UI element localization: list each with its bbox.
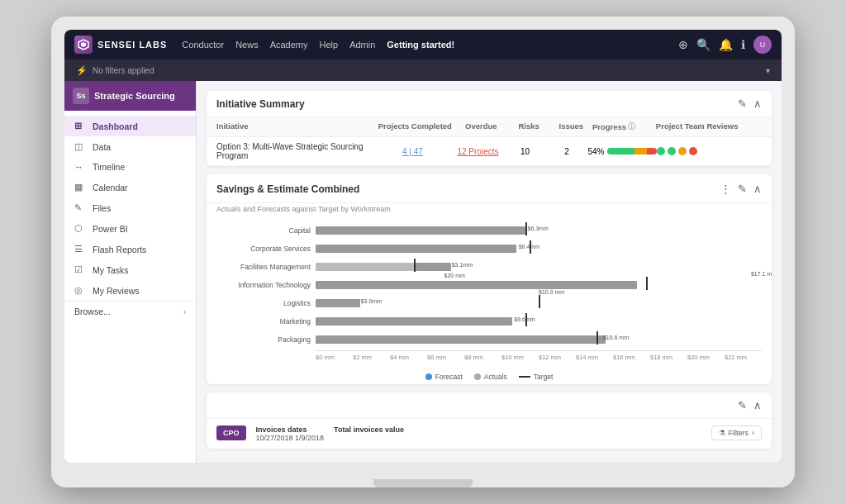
notification-icon[interactable]: 🔔 xyxy=(719,38,733,51)
target-marketing xyxy=(525,313,527,326)
chart-row-logistics: Logistics $3.0mm $10.3 mm xyxy=(216,296,762,311)
th-initiative: Initiative xyxy=(216,121,375,132)
th-completed: Projects Completed xyxy=(375,121,454,132)
add-icon[interactable]: ⊕ xyxy=(678,38,688,51)
initiative-summary-header: Initiative Summary ✎ ∧ xyxy=(207,91,772,117)
sidebar-item-calendar[interactable]: ▦ Calendar xyxy=(64,177,196,197)
chart-bars-packaging: $16.6 mm xyxy=(316,334,762,345)
nav-academy[interactable]: Academy xyxy=(270,40,308,50)
progress-info-icon[interactable]: ⓘ xyxy=(628,121,635,132)
timeline-icon: ↔ xyxy=(74,162,86,172)
bottom-card-content: CPO Invoices dates 10/27/2018 1/9/2018 T… xyxy=(207,419,772,449)
sidebar-nav: ⊞ Dashboard ◫ Data ↔ Timeline ▦ Calendar xyxy=(64,111,196,463)
sidebar-item-data[interactable]: ◫ Data xyxy=(64,136,196,157)
chart-row-packaging: Packaging $16.6 mm xyxy=(216,332,762,347)
nav-admin[interactable]: Admin xyxy=(349,40,375,50)
edit-bottom-icon[interactable]: ✎ xyxy=(738,399,747,411)
sidebar-item-files[interactable]: ✎ Files xyxy=(64,197,196,218)
powerbi-icon: ⬡ xyxy=(74,223,86,234)
target-facilities xyxy=(414,259,416,272)
chart-row-corporate: Corporate Services $6.4mm xyxy=(216,241,762,256)
sidebar-item-label: Dashboard xyxy=(93,121,138,131)
svg-marker-1 xyxy=(81,42,86,47)
sidebar-item-dashboard[interactable]: ⊞ Dashboard xyxy=(64,116,196,136)
sidebar-item-flash-reports[interactable]: ☰ Flash Reports xyxy=(64,239,196,259)
review-dot-2 xyxy=(668,147,676,155)
bar-label-packaging: $16.6 mm xyxy=(603,335,629,340)
progress-yellow xyxy=(634,148,647,155)
search-icon[interactable]: 🔍 xyxy=(696,38,711,51)
bottom-card-actions: ✎ ∧ xyxy=(738,399,762,411)
overdue-link[interactable]: 12 Projects xyxy=(457,147,498,156)
filter-text: No filters applied xyxy=(93,66,154,75)
review-dot-4 xyxy=(689,147,697,155)
sidebar-item-timeline[interactable]: ↔ Timeline xyxy=(64,157,196,177)
label-logistics-target: $10.3 mm xyxy=(539,289,564,295)
user-avatar[interactable]: U xyxy=(753,36,772,54)
logo[interactable]: SENSEI LABS xyxy=(74,36,167,54)
actuals-label: Actuals xyxy=(484,373,507,381)
sidebar-item-my-reviews[interactable]: ◎ My Reviews xyxy=(64,280,196,301)
sidebar-item-label: Calendar xyxy=(93,183,128,193)
more-options-icon[interactable]: ⋮ xyxy=(720,183,731,195)
nav-items: Conductor News Academy Help Admin Gettin… xyxy=(182,40,678,50)
review-dot-3 xyxy=(678,147,687,155)
filter-chevron-icon[interactable]: ▾ xyxy=(766,66,770,75)
target-corporate xyxy=(530,240,531,254)
target-it xyxy=(646,277,648,290)
chart-card-actions: ⋮ ✎ ∧ xyxy=(720,183,762,195)
row-progress: 54% xyxy=(587,147,657,156)
x-tick-18: $18 mm xyxy=(650,354,687,361)
flash-icon: ☰ xyxy=(74,244,86,254)
sidebar-item-powerbi[interactable]: ⬡ Power BI xyxy=(64,218,196,239)
chart-area: Capital $6.3mm Corporate Services xyxy=(207,218,772,368)
sidebar-browse[interactable]: Browse... › xyxy=(64,301,196,321)
row-issues: 2 xyxy=(546,147,588,156)
logo-text: SENSEI LABS xyxy=(97,40,167,50)
sidebar-item-label: Files xyxy=(93,203,111,213)
bar-it: $20 mm xyxy=(316,281,637,289)
chart-row-capital: Capital $6.3mm xyxy=(216,223,762,238)
invoice-section: Invoices dates 10/27/2018 1/9/2018 xyxy=(256,426,325,442)
invoice-col1-title: Invoices dates xyxy=(256,426,325,434)
filters-chevron-icon: › xyxy=(752,429,754,437)
collapse-chart-icon[interactable]: ∧ xyxy=(753,183,762,195)
sidebar-item-label: Data xyxy=(93,142,111,152)
sidebar-item-my-tasks[interactable]: ☑ My Tasks xyxy=(64,259,196,280)
progress-green xyxy=(607,148,634,155)
collapse-bottom-icon[interactable]: ∧ xyxy=(753,399,762,411)
table-header: Initiative Projects Completed Overdue Ri… xyxy=(207,117,772,137)
row-risks: 10 xyxy=(504,147,546,156)
filters-button[interactable]: ⚗ Filters › xyxy=(711,426,763,440)
completed-link[interactable]: 4 | 47 xyxy=(402,147,423,156)
chart-bars-corporate: $6.4mm xyxy=(316,243,762,254)
edit-icon[interactable]: ✎ xyxy=(738,97,747,110)
bar-label-capital: $6.3mm xyxy=(528,226,549,231)
nav-help[interactable]: Help xyxy=(320,40,339,50)
savings-chart-header: Savings & Estimate Combined ⋮ ✎ ∧ xyxy=(207,174,772,203)
invoice-col1-val: 10/27/2018 1/9/2018 xyxy=(256,434,325,442)
nav-conductor[interactable]: Conductor xyxy=(182,40,224,50)
info-icon[interactable]: ℹ xyxy=(741,38,745,51)
bar-corporate: $6.4mm xyxy=(316,245,516,253)
chart-row-it: Information Technology $20 mm $17.1 mm $… xyxy=(216,278,762,292)
row-completed: 4 | 47 xyxy=(373,147,452,156)
sidebar-item-label: Power BI xyxy=(93,224,128,234)
chart-label-it: Information Technology xyxy=(216,281,316,289)
progress-red xyxy=(647,148,657,155)
chart-legend: Forecast Actuals Target xyxy=(207,368,772,384)
nav-getting-started[interactable]: Getting started! xyxy=(387,40,454,50)
browse-chevron-icon: › xyxy=(183,307,186,316)
progress-bar xyxy=(607,148,657,155)
legend-forecast: Forecast xyxy=(425,373,463,381)
th-issues: Issues xyxy=(550,121,592,132)
sidebar-item-label: My Reviews xyxy=(93,286,140,296)
collapse-icon[interactable]: ∧ xyxy=(753,97,762,110)
filter-funnel-icon: ⚗ xyxy=(719,429,725,437)
nav-news[interactable]: News xyxy=(235,40,259,50)
x-tick-22: $22 mm xyxy=(725,354,762,361)
x-tick-4: $4 mm xyxy=(390,354,427,361)
edit-chart-icon[interactable]: ✎ xyxy=(738,183,747,195)
savings-chart-card: Savings & Estimate Combined ⋮ ✎ ∧ Actual… xyxy=(207,174,772,384)
x-tick-8: $8 mm xyxy=(464,354,501,361)
